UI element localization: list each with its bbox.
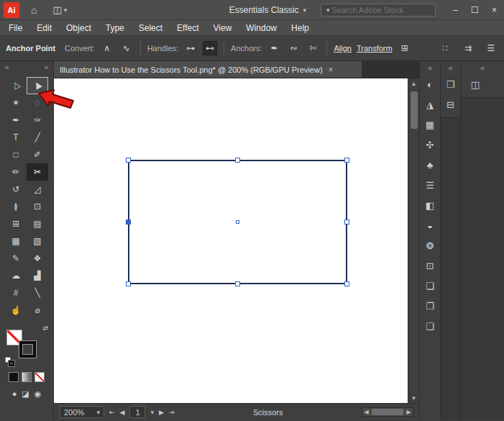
arrange-documents-button[interactable]: ◫ ▾ [52,4,67,15]
previous-artboard-icon[interactable]: ◀ [120,409,125,416]
symbols-panel-icon[interactable]: ♣ [421,155,439,175]
artboard-number-field[interactable]: 1 [129,406,145,418]
menu-type[interactable]: Type [106,23,124,33]
reference-point-icon[interactable]: ⊞ [398,41,412,55]
chevron-down-icon[interactable]: ▾ [150,409,154,416]
rectangle-tool[interactable]: □ [5,146,27,163]
curvature-tool[interactable]: ✑ [27,112,48,129]
width-tool[interactable]: ≬ [5,198,27,215]
menu-select[interactable]: Select [139,23,162,33]
scale-tool[interactable]: ◿ [27,181,48,198]
symbol-sprayer-tool[interactable]: ☁ [5,267,27,284]
blend-tool[interactable]: ❖ [27,250,48,267]
pen-tool[interactable]: ✒ [5,112,27,129]
grid-options-icon[interactable]: ∷ [438,41,452,55]
menu-view[interactable]: View [214,23,232,33]
zoom-level-select[interactable]: 200% ▾ [60,406,104,418]
selection-handle-top-left[interactable] [126,158,131,163]
next-artboard-icon[interactable]: ▶ [159,409,164,416]
document-tab[interactable]: Illustrator How to Use the Scissors Tool… [54,61,362,78]
default-fill-stroke-icon[interactable] [5,357,14,366]
shape-builder-tool[interactable]: ⊞ [5,215,27,232]
swatches-panel-icon[interactable]: ▦ [421,114,439,135]
stock-search-box[interactable]: ▾ [321,4,436,17]
draw-normal-mode-icon[interactable]: ● [12,389,17,399]
last-artboard-icon[interactable]: ⇥ [169,409,175,416]
menu-help[interactable]: Help [291,23,309,33]
expand-panels-icon[interactable]: « [420,61,440,74]
scroll-down-icon[interactable]: ▼ [411,393,417,403]
selection-handle-top-right[interactable] [344,158,349,163]
stroke-color-swatch[interactable] [19,341,36,358]
remove-anchor-icon[interactable]: ∾ [286,41,301,55]
zoom-tool[interactable]: ⌀ [27,302,48,319]
paintbrush-tool[interactable]: ✐ [27,146,48,163]
scroll-left-icon[interactable]: ◀ [362,409,370,415]
selection-handle-top-middle[interactable] [235,158,240,163]
convert-to-smooth-icon[interactable]: ∿ [119,41,134,55]
vertical-scroll-thumb[interactable] [411,91,418,129]
draw-behind-mode-icon[interactable]: ◪ [22,389,29,399]
horizontal-scrollbar[interactable]: ◀ ▶ [362,407,413,417]
color-guide-panel-icon[interactable]: ◮ [421,94,439,114]
selection-handle-middle-left[interactable] [126,219,131,225]
menu-edit[interactable]: Edit [37,23,52,33]
home-icon[interactable]: ⌂ [31,4,37,16]
selection-handle-bottom-middle[interactable] [235,281,240,286]
cut-path-icon[interactable]: ✄ [306,41,320,55]
convert-to-corner-icon[interactable]: ∧ [100,41,114,55]
free-transform-tool[interactable]: ⊡ [27,198,48,215]
selection-handle-bottom-left[interactable] [126,281,131,286]
search-input[interactable] [332,6,434,14]
asset-export-panel-icon[interactable]: ❑ [421,316,439,336]
selection-handle-middle-right[interactable] [344,219,349,225]
vertical-scrollbar[interactable]: ▲ ▼ [408,78,419,403]
links-panel-icon[interactable]: ⊟ [442,94,459,114]
color-button[interactable] [9,372,19,382]
minimize-button[interactable]: – [446,1,465,19]
workspace-switcher[interactable]: Essentials Classic ▾ [229,5,306,15]
close-button[interactable]: × [485,1,504,19]
transform-button[interactable]: Transform [357,44,393,53]
collapse-right-icon[interactable]: » [44,63,48,71]
hand-tool[interactable]: ☝ [5,302,27,319]
perspective-grid-tool[interactable]: ▤ [27,215,48,232]
align-button[interactable]: Align [334,44,351,53]
swap-fill-stroke-icon[interactable]: ⇄ [42,325,48,332]
shaper-tool[interactable]: ✏ [5,163,27,181]
hide-handles-icon[interactable]: ⊶ [183,41,198,55]
menu-object[interactable]: Object [66,23,91,33]
libraries-panel-icon[interactable]: ❒ [442,74,459,94]
artboard-tool[interactable]: # [5,284,27,302]
slice-tool[interactable]: ╲ [27,284,48,302]
brushes-panel-icon[interactable]: ✣ [421,135,439,155]
gradient-button[interactable] [22,372,32,382]
column-graph-tool[interactable]: ▟ [27,267,48,284]
show-handles-icon[interactable]: ⊷ [203,41,217,55]
expand-panels-icon[interactable]: « [461,61,504,74]
first-artboard-icon[interactable]: ⇤ [109,409,115,416]
menu-window[interactable]: Window [246,23,277,33]
artboards-panel-icon[interactable]: ❐ [421,296,439,316]
eyedropper-tool[interactable]: ✎ [5,250,27,267]
transparency-panel-icon[interactable]: ◒ [421,215,439,235]
horizontal-scroll-thumb[interactable] [372,409,403,415]
close-tab-icon[interactable]: × [329,65,334,75]
maximize-button[interactable]: ☐ [465,1,485,19]
selection-handle-bottom-right[interactable] [344,281,349,286]
draw-inside-mode-icon[interactable]: ◉ [35,389,42,399]
expand-panels-icon[interactable]: « [441,61,460,74]
object-center-point[interactable] [236,220,239,224]
add-anchor-icon[interactable]: ✒ [267,41,281,55]
menu-file[interactable]: File [9,23,22,33]
gradient-panel-icon[interactable]: ◧ [421,195,439,215]
collapse-left-icon[interactable]: « [5,63,9,71]
magic-wand-tool[interactable]: ✶ [5,94,27,112]
rotate-tool[interactable]: ↺ [5,181,27,198]
properties-panel-icon[interactable]: ◫ [467,74,484,94]
selection-tool[interactable]: ▷ [5,77,27,94]
none-button[interactable] [35,372,45,382]
color-panel-icon[interactable]: ◐ [421,74,439,94]
stroke-panel-icon[interactable]: ☰ [421,175,439,195]
mesh-tool[interactable]: ▦ [5,232,27,250]
